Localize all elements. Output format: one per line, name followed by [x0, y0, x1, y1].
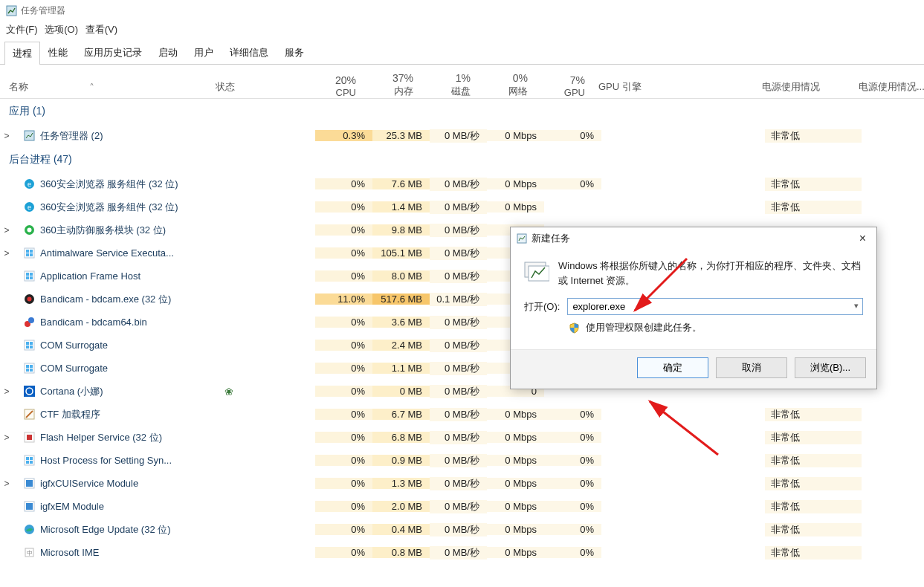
- process-icon: [22, 455, 36, 466]
- power-cell: 非常低: [765, 201, 862, 214]
- network-cell: 0 Mbps: [487, 455, 544, 466]
- svg-rect-39: [26, 457, 29, 460]
- svg-rect-15: [30, 273, 33, 276]
- cpu-cell: 0%: [315, 178, 372, 189]
- network-cell: 0 Mbps: [487, 478, 544, 489]
- power-cell: 非常低: [765, 129, 862, 143]
- group-apps[interactable]: 应用 (1): [0, 99, 924, 124]
- cpu-cell: 0%: [315, 270, 372, 282]
- col-power-trend[interactable]: 电源使用情况...: [853, 80, 924, 98]
- expand-chevron-icon[interactable]: >: [0, 432, 13, 443]
- tab-app-history[interactable]: 应用历史记录: [76, 41, 150, 64]
- svg-rect-40: [30, 457, 33, 460]
- process-icon: [22, 340, 36, 351]
- svg-point-21: [28, 317, 34, 323]
- run-command-input[interactable]: [567, 298, 863, 315]
- svg-rect-27: [25, 363, 34, 373]
- memory-cell: 8.0 MB: [372, 270, 430, 282]
- memory-cell: 7.6 MB: [372, 178, 430, 189]
- cancel-button[interactable]: 取消: [716, 357, 787, 378]
- process-icon: [22, 270, 36, 282]
- expand-chevron-icon[interactable]: >: [0, 248, 13, 259]
- memory-cell: 2.0 MB: [372, 501, 430, 512]
- memory-cell: 25.3 MB: [372, 130, 430, 141]
- col-disk[interactable]: 1% 磁盘: [421, 71, 478, 98]
- disk-cell: 0 MB/秒: [430, 408, 487, 421]
- network-cell: 0 Mbps: [487, 201, 544, 213]
- tab-startup[interactable]: 启动: [150, 41, 186, 64]
- table-row[interactable]: Host Process for Setting Syn... 0% 0.9 M…: [0, 449, 924, 472]
- tab-processes[interactable]: 进程: [4, 42, 40, 65]
- table-row[interactable]: e 360安全浏览器 服务组件 (32 位) 0% 1.4 MB 0 MB/秒 …: [0, 195, 924, 218]
- table-row[interactable]: CTF 加载程序 0% 6.7 MB 0 MB/秒 0 Mbps 0% 非常低: [0, 403, 924, 426]
- gpu-cell: 0%: [544, 432, 601, 443]
- open-label: 打开(O):: [524, 300, 560, 314]
- process-icon: [22, 432, 36, 443]
- tab-performance[interactable]: 性能: [40, 41, 76, 64]
- memory-cell: 9.8 MB: [372, 224, 430, 236]
- cpu-cell: 0%: [315, 455, 372, 466]
- power-cell: 非常低: [765, 523, 862, 536]
- group-background[interactable]: 后台进程 (47): [0, 147, 924, 172]
- table-row[interactable]: > Flash Helper Service (32 位) 0% 6.8 MB …: [0, 426, 924, 449]
- svg-rect-23: [26, 342, 29, 345]
- menu-view[interactable]: 查看(V): [85, 24, 117, 35]
- tab-users[interactable]: 用户: [186, 41, 222, 64]
- table-row[interactable]: e 360安全浏览器 服务组件 (32 位) 0% 7.6 MB 0 MB/秒 …: [0, 172, 924, 195]
- disk-cell: 0 MB/秒: [430, 339, 487, 352]
- expand-chevron-icon[interactable]: >: [0, 225, 13, 236]
- process-icon: [22, 524, 36, 535]
- table-row[interactable]: > 任务管理器 (2) 0.3% 25.3 MB 0 MB/秒 0 Mbps 0…: [0, 124, 924, 147]
- menu-file[interactable]: 文件(F): [6, 24, 38, 35]
- chevron-down-icon[interactable]: ▾: [854, 301, 859, 311]
- dialog-titlebar[interactable]: 新建任务 ×: [511, 227, 876, 250]
- col-network[interactable]: 0% 网络: [478, 71, 535, 98]
- cpu-cell: 0%: [315, 247, 372, 259]
- cpu-cell: 0%: [315, 409, 372, 420]
- svg-rect-24: [30, 342, 33, 345]
- process-name: CTF 加载程序: [40, 408, 224, 421]
- disk-cell: 0 MB/秒: [430, 178, 487, 191]
- process-name: igfxCUIService Module: [40, 478, 224, 489]
- process-icon: [22, 224, 36, 236]
- network-cell: 0 Mbps: [487, 432, 544, 443]
- col-power[interactable]: 电源使用情况: [756, 80, 853, 98]
- expand-chevron-icon[interactable]: >: [0, 479, 13, 489]
- sort-chevron-icon: ˄: [89, 82, 94, 94]
- process-icon: [22, 130, 36, 141]
- power-cell: 非常低: [765, 477, 862, 490]
- col-gpu-engine[interactable]: GPU 引擎: [592, 80, 756, 98]
- col-gpu[interactable]: 7% GPU: [535, 74, 592, 98]
- memory-cell: 6.8 MB: [372, 432, 430, 443]
- close-icon[interactable]: ×: [855, 232, 870, 245]
- menu-options[interactable]: 选项(O): [45, 24, 78, 35]
- expand-chevron-icon[interactable]: >: [0, 131, 13, 141]
- process-icon: [22, 317, 36, 328]
- expand-chevron-icon[interactable]: >: [0, 386, 13, 397]
- memory-cell: 1.1 MB: [372, 363, 430, 374]
- table-row[interactable]: igfxEM Module 0% 2.0 MB 0 MB/秒 0 Mbps 0%…: [0, 495, 924, 518]
- browse-button[interactable]: 浏览(B)...: [795, 357, 866, 378]
- svg-rect-12: [30, 253, 33, 256]
- memory-cell: 1.4 MB: [372, 201, 430, 213]
- col-cpu[interactable]: 20% CPU: [306, 74, 364, 98]
- cpu-cell: 0%: [315, 524, 372, 535]
- process-name: 360主动防御服务模块 (32 位): [40, 224, 224, 237]
- svg-text:e: e: [27, 204, 30, 211]
- col-status[interactable]: 状态: [216, 80, 306, 98]
- process-icon: [22, 247, 36, 259]
- tab-services[interactable]: 服务: [277, 41, 312, 64]
- disk-cell: 0 MB/秒: [430, 247, 487, 260]
- col-memory[interactable]: 37% 内存: [364, 71, 421, 98]
- disk-cell: 0.1 MB/秒: [430, 293, 487, 306]
- disk-cell: 0 MB/秒: [430, 454, 487, 467]
- table-row[interactable]: > igfxCUIService Module 0% 1.3 MB 0 MB/秒…: [0, 472, 924, 495]
- table-row[interactable]: Microsoft Edge Update (32 位) 0% 0.4 MB 0…: [0, 518, 924, 541]
- table-row[interactable]: 中 Microsoft IME 0% 0.8 MB 0 MB/秒 0 Mbps …: [0, 541, 924, 564]
- tab-details[interactable]: 详细信息: [222, 41, 277, 64]
- memory-cell: 2.4 MB: [372, 340, 430, 351]
- svg-rect-9: [26, 250, 29, 253]
- col-name[interactable]: ˄ 名称: [0, 80, 216, 98]
- cpu-cell: 0%: [315, 224, 372, 236]
- ok-button[interactable]: 确定: [637, 357, 708, 378]
